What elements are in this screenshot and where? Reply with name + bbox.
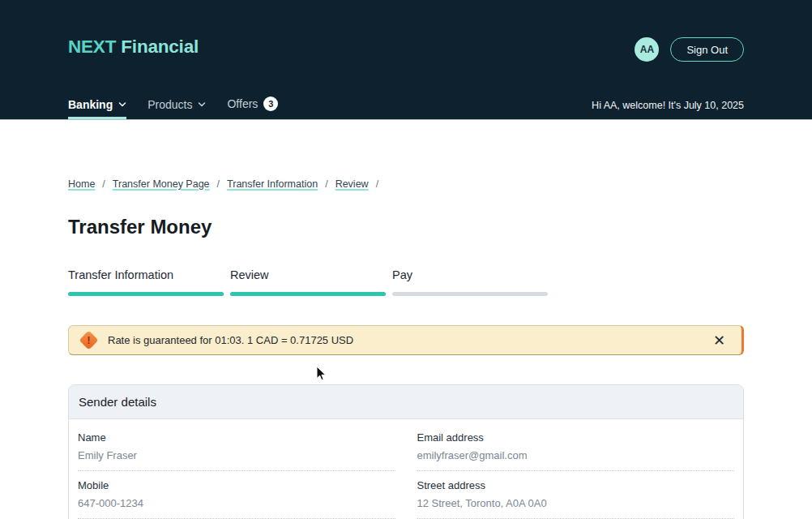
warning-exclamation: !: [88, 336, 91, 345]
nav-item-label: Offers: [227, 97, 258, 110]
field-label: Name: [78, 431, 395, 444]
nav-item-products[interactable]: Products: [147, 98, 206, 119]
main-content: Home / Transfer Money Page / Transfer In…: [68, 120, 744, 519]
page-title: Transfer Money: [68, 216, 744, 238]
field-value: Emily Fraser: [78, 449, 395, 461]
breadcrumb-link-transfer-information[interactable]: Transfer Information: [227, 178, 318, 190]
sender-details-fields: Name Emily Fraser Email address emilyfra…: [69, 419, 743, 519]
sign-out-button[interactable]: Sign Out: [670, 37, 744, 62]
step-label: Review: [230, 268, 386, 281]
breadcrumb-link-review[interactable]: Review: [335, 178, 369, 190]
rate-guarantee-alert: ! Rate is guaranteed for 01:03. 1 CAD = …: [68, 325, 744, 355]
field-value: 12 Street, Toronto, A0A 0A0: [417, 497, 735, 509]
nav-item-label: Products: [147, 98, 192, 111]
nav-item-banking[interactable]: Banking: [68, 98, 126, 119]
breadcrumb-separator: /: [217, 178, 220, 190]
nav-item-offers[interactable]: Offers 3: [227, 97, 278, 119]
welcome-message: Hi AA, welcome! It's July 10, 2025: [592, 100, 744, 119]
breadcrumb-link-home[interactable]: Home: [68, 178, 95, 190]
field-mobile: Mobile 647-000-1234: [78, 471, 395, 519]
breadcrumb-separator: /: [102, 178, 105, 190]
step-review[interactable]: Review: [230, 268, 386, 296]
warning-diamond-icon: !: [79, 330, 98, 350]
step-label: Pay: [392, 268, 548, 281]
sender-details-card-title: Sender details: [69, 385, 743, 419]
step-transfer-information[interactable]: Transfer Information: [68, 268, 224, 296]
nav-item-label: Banking: [68, 98, 113, 111]
brand-logo-secondary: Financial: [121, 36, 199, 57]
avatar[interactable]: AA: [635, 37, 659, 62]
chevron-down-icon: [198, 101, 206, 109]
field-email-address: Email address emilyfraser@gmail.com: [417, 431, 735, 471]
chevron-down-icon: [118, 101, 126, 109]
offers-count-badge: 3: [263, 97, 278, 111]
brand-logo-primary: NEXT: [68, 36, 116, 57]
field-label: Mobile: [78, 479, 395, 491]
field-value: emilyfraser@gmail.com: [417, 449, 735, 461]
step-progress-bar: [230, 292, 386, 296]
step-progress-bar: [392, 292, 548, 296]
account-area: AA Sign Out: [635, 37, 744, 62]
sender-details-card: Sender details Name Emily Fraser Email a…: [68, 384, 744, 519]
app-header: NEXT Financial AA Sign Out Banking Produ…: [0, 0, 812, 120]
alert-close-button[interactable]: ✕: [710, 332, 729, 350]
rate-guarantee-text: Rate is guaranteed for 01:03. 1 CAD = 0.…: [108, 334, 353, 346]
step-pay[interactable]: Pay: [392, 268, 548, 296]
app-window: NEXT Financial AA Sign Out Banking Produ…: [0, 0, 812, 519]
field-label: Email address: [417, 431, 735, 444]
step-label: Transfer Information: [68, 268, 224, 281]
breadcrumb-link-transfer-money-page[interactable]: Transfer Money Page: [113, 178, 210, 190]
field-name: Name Emily Fraser: [78, 431, 395, 471]
step-progress-bar: [68, 292, 224, 296]
step-progress: Transfer Information Review Pay: [68, 268, 744, 296]
main-nav: Banking Products Offers 3 Hi AA, welcome…: [68, 97, 744, 119]
field-label: Street address: [417, 479, 735, 491]
breadcrumb: Home / Transfer Money Page / Transfer In…: [68, 178, 744, 190]
field-street-address: Street address 12 Street, Toronto, A0A 0…: [417, 471, 735, 519]
breadcrumb-separator: /: [376, 178, 378, 190]
brand-logo: NEXT Financial: [68, 36, 199, 58]
breadcrumb-separator: /: [325, 178, 327, 190]
field-value: 647-000-1234: [78, 497, 395, 509]
